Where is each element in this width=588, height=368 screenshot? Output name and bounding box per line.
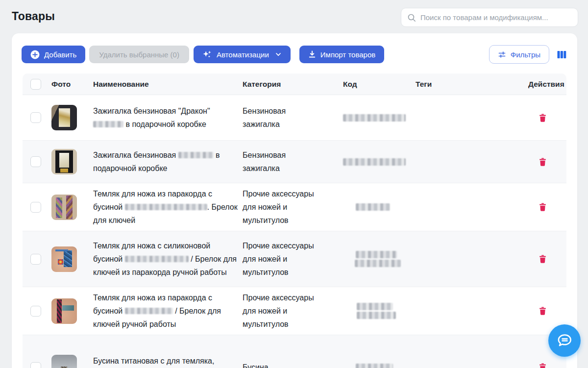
product-code-redacted [343,249,416,269]
delete-row-button[interactable] [537,361,548,368]
trash-icon [539,114,546,122]
redacted-text [125,308,173,314]
delete-selected-button[interactable]: Удалить выбранные (0) [89,46,189,63]
redacted-text [178,152,214,158]
products-panel: Добавить Удалить выбранные (0) Автоматиз… [12,33,577,368]
product-name[interactable]: Бусина титановая с для темляка, волос, б… [93,354,239,368]
column-header-name: Наименование [93,80,243,89]
redacted-code [356,251,397,258]
column-header-photo: Фото [51,80,93,89]
column-header-actions: Действия [528,80,568,89]
delete-row-button[interactable] [537,305,548,317]
product-photo[interactable] [51,298,77,324]
row-checkbox[interactable] [30,202,41,213]
product-code-redacted [343,113,416,123]
chevron-down-icon [275,51,282,58]
select-all-checkbox[interactable] [30,79,41,90]
redacted-text [125,256,189,262]
trash-icon [539,203,546,211]
product-name[interactable]: Темляк для ножа из паракорда с бусиной /… [93,291,239,331]
delete-row-button[interactable] [537,201,548,213]
product-photo[interactable] [51,149,77,174]
table-row: Зажигалка бензиновая в подарочной коробк… [23,141,566,183]
table-row: Зажигалка бензиновая "Дракон" в подарочн… [23,95,566,141]
delete-row-button[interactable] [537,112,548,124]
product-code-redacted [343,301,416,320]
column-header-category: Категория [243,80,343,89]
column-header-code: Код [343,80,416,89]
search-bar[interactable] [401,8,578,27]
redacted-code [357,312,396,319]
product-category: Бензиновая зажигалка [243,148,317,175]
product-code-redacted [343,362,416,368]
product-category: Бензиновая зажигалка [243,104,317,131]
redacted-code [343,114,406,122]
redacted-code [355,260,401,267]
search-icon [407,13,416,22]
row-checkbox[interactable] [30,306,41,317]
automations-button[interactable]: Автоматизации [194,46,291,63]
table-header: Фото Наименование Категория Код Теги Дей… [23,74,566,95]
product-photo[interactable] [51,105,77,130]
chat-bubble-icon [555,331,574,350]
page-title: Товары [12,10,55,23]
download-icon [308,50,316,58]
columns-icon [557,50,566,59]
import-products-button[interactable]: Импорт товаров [299,46,384,63]
row-checkbox[interactable] [30,112,41,123]
columns-settings-button[interactable] [557,50,566,59]
trash-icon [539,363,546,368]
trash-icon [539,158,546,166]
product-code-redacted [343,202,416,212]
product-category: Прочие аксессуары для ножей и мультитуло… [243,187,317,227]
sparkles-icon [202,49,212,59]
row-checkbox[interactable] [30,362,41,368]
row-checkbox[interactable] [30,254,41,265]
filters-label: Фильтры [511,50,540,59]
redacted-code [357,303,393,310]
automations-label: Автоматизации [217,50,269,59]
trash-icon [539,255,546,263]
product-category: Бусина [243,361,317,368]
sliders-icon [498,50,506,59]
table-row: Темляк для ножа из паракорда с бусиной /… [23,287,566,335]
product-photo[interactable] [51,195,77,220]
import-products-label: Импорт товаров [320,50,375,59]
product-code-redacted [343,157,416,167]
delete-row-button[interactable] [537,156,548,168]
product-name[interactable]: Зажигалка бензиновая "Дракон" в подарочн… [93,104,239,131]
redacted-code [356,364,393,368]
product-photo[interactable] [51,246,77,272]
product-name[interactable]: Темляк для ножа с силиконовой бусиной / … [93,239,239,279]
delete-row-button[interactable] [537,253,548,265]
product-photo[interactable] [51,355,77,368]
delete-selected-label: Удалить выбранные (0) [99,50,179,59]
table-row: Темляк для ножа с силиконовой бусиной / … [23,231,566,287]
redacted-text [93,121,123,127]
products-table: Фото Наименование Категория Код Теги Дей… [23,74,566,368]
redacted-text [125,204,207,210]
row-checkbox[interactable] [30,156,41,167]
table-row: Темляк для ножа из паракорда с бусиной .… [23,183,566,231]
table-body: Зажигалка бензиновая "Дракон" в подарочн… [23,95,566,368]
toolbar: Добавить Удалить выбранные (0) Автоматиз… [12,33,577,64]
trash-icon [539,307,546,315]
search-input[interactable] [420,13,572,22]
product-category: Прочие аксессуары для ножей и мультитуло… [243,239,317,279]
product-category: Прочие аксессуары для ножей и мультитуло… [243,291,317,331]
plus-circle-icon [30,50,40,59]
filters-button[interactable]: Фильтры [489,45,549,64]
add-product-button[interactable]: Добавить [22,46,85,63]
product-name[interactable]: Темляк для ножа из паракорда с бусиной .… [93,187,239,227]
redacted-code [343,158,406,166]
add-product-label: Добавить [44,50,76,59]
redacted-code [356,203,390,211]
product-name[interactable]: Зажигалка бензиновая в подарочной коробк… [93,148,239,175]
chat-fab-button[interactable] [548,324,581,357]
column-header-tags: Теги [416,80,528,89]
table-row: Бусина титановая с для темляка, волос, б… [23,335,566,368]
